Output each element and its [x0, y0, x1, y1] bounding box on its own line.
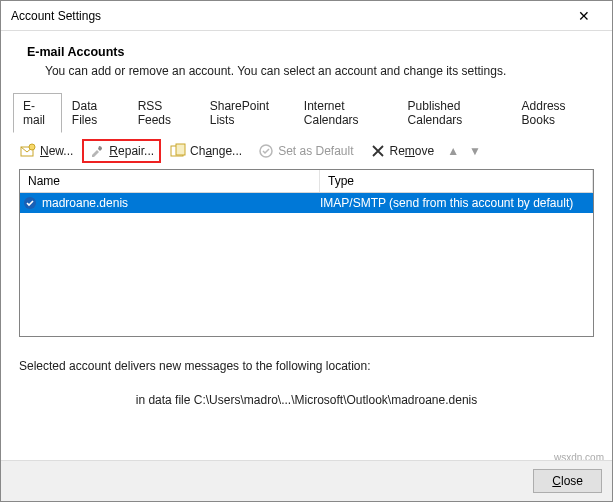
- tabs: E-mail Data Files RSS Feeds SharePoint L…: [13, 92, 600, 133]
- column-name[interactable]: Name: [20, 170, 320, 192]
- tabs-container: E-mail Data Files RSS Feeds SharePoint L…: [1, 92, 612, 133]
- list-header: Name Type: [20, 170, 593, 193]
- tab-published-calendars[interactable]: Published Calendars: [398, 93, 512, 133]
- remove-button[interactable]: RemRemoveove: [363, 139, 442, 163]
- account-type: IMAP/SMTP (send from this account by def…: [320, 196, 593, 210]
- set-default-button: Set as Default: [251, 139, 360, 163]
- change-icon: [170, 143, 186, 159]
- column-type[interactable]: Type: [320, 170, 593, 192]
- new-icon: [20, 143, 36, 159]
- bottom-bar: CCloselose: [1, 460, 612, 501]
- tab-internet-calendars[interactable]: Internet Calendars: [294, 93, 398, 133]
- tab-data-files[interactable]: Data Files: [62, 93, 128, 133]
- tab-sharepoint-lists[interactable]: SharePoint Lists: [200, 93, 294, 133]
- change-button[interactable]: ChaChange...nge...: [163, 139, 249, 163]
- toolbar: NNew...ew... RRepair...epair... ChaChang…: [1, 133, 612, 169]
- close-icon: ✕: [578, 8, 590, 24]
- repair-icon: [89, 143, 105, 159]
- account-list: Name Type madroane.denis IMAP/SMTP (send…: [19, 169, 594, 337]
- close-button[interactable]: CCloselose: [533, 469, 602, 493]
- default-label: Set as Default: [278, 144, 353, 158]
- remove-icon: [370, 143, 386, 159]
- header-title: E-mail Accounts: [27, 45, 586, 59]
- repair-button[interactable]: RRepair...epair...: [82, 139, 161, 163]
- move-down-icon: ▼: [465, 144, 485, 158]
- window-close-button[interactable]: ✕: [564, 2, 604, 30]
- account-default-icon: [20, 196, 40, 210]
- window-title: Account Settings: [11, 9, 101, 23]
- header-block: E-mail Accounts You can add or remove an…: [1, 31, 612, 92]
- new-button[interactable]: NNew...ew...: [13, 139, 80, 163]
- move-up-icon: ▲: [443, 144, 463, 158]
- tab-address-books[interactable]: Address Books: [512, 93, 600, 133]
- tab-rss-feeds[interactable]: RSS Feeds: [128, 93, 200, 133]
- svg-rect-3: [176, 144, 185, 155]
- svg-point-1: [29, 144, 35, 150]
- delivery-info: Selected account delivers new messages t…: [1, 337, 612, 379]
- delivery-path: in data file C:\Users\madro\...\Microsof…: [1, 379, 612, 431]
- titlebar: Account Settings ✕: [1, 1, 612, 31]
- header-description: You can add or remove an account. You ca…: [27, 64, 586, 78]
- tab-email[interactable]: E-mail: [13, 93, 62, 133]
- default-icon: [258, 143, 274, 159]
- account-name: madroane.denis: [40, 196, 320, 210]
- account-row[interactable]: madroane.denis IMAP/SMTP (send from this…: [20, 193, 593, 213]
